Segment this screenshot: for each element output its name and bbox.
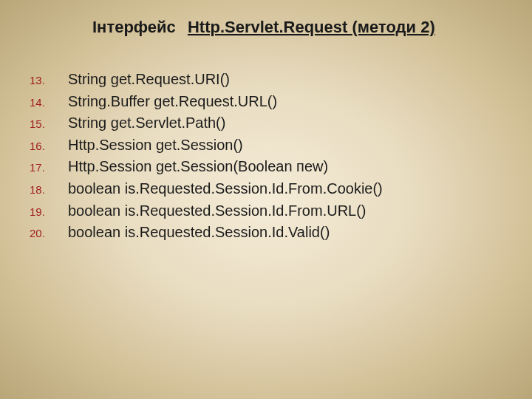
item-text: boolean is.Requested.Session.Id.Valid() [64,222,330,243]
item-number: 15. [25,117,64,132]
list-item: 18. boolean is.Requested.Session.Id.From… [25,179,510,200]
method-list: 13. String get.Request.URI() 14. String.… [22,69,510,243]
item-text: Http.Session get.Session() [64,135,243,156]
item-text: Http.Session get.Session(Boolean пеw) [64,157,328,177]
item-text: String get.Request.URI() [64,69,230,90]
item-number: 17. [25,160,64,176]
item-number: 19. [25,205,64,220]
item-number: 14. [25,95,64,111]
slide-title: Інтерфейс Http.Servlet.Request (методи 2… [22,18,510,37]
list-item: 19. boolean is.Requested.Session.Id.From… [25,201,510,222]
list-item: 15. String get.Servlet.Path() [25,113,510,134]
item-number: 18. [25,183,64,198]
item-number: 16. [25,139,64,154]
list-item: 16. Http.Session get.Session() [25,135,510,156]
item-text: boolean is.Requested.Session.Id.From.URL… [64,201,366,222]
item-text: String get.Servlet.Path() [64,113,225,134]
list-item: 17. Http.Session get.Session(Boolean пеw… [25,157,510,177]
slide-container: Інтерфейс Http.Servlet.Request (методи 2… [0,0,532,399]
title-main: Http.Servlet.Request (методи 2) [188,18,435,36]
list-item: 14. String.Buffer get.Request.URL() [25,92,510,112]
title-prefix: Інтерфейс [92,18,176,36]
item-text: String.Buffer get.Request.URL() [64,92,277,112]
item-number: 20. [25,226,64,242]
item-number: 13. [25,73,64,89]
list-item: 20. boolean is.Requested.Session.Id.Vali… [25,222,510,243]
item-text: boolean is.Requested.Session.Id.From.Coo… [64,179,383,200]
list-item: 13. String get.Request.URI() [25,69,510,90]
